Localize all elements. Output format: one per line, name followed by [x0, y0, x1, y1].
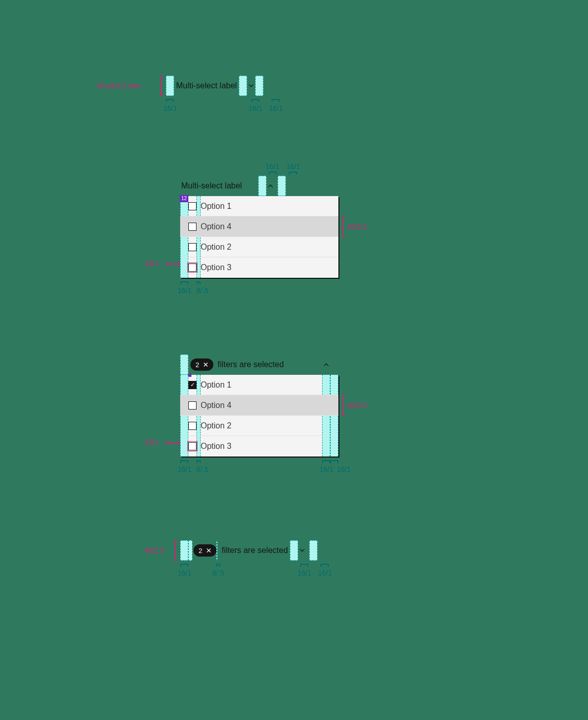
spacer-m [290, 540, 298, 561]
spacer-right [255, 76, 263, 96]
chevron-down-icon [247, 82, 255, 90]
option-row-hover[interactable]: Option 4 [180, 217, 338, 237]
filters-text: filters are selected [217, 546, 290, 555]
multiselect-control-selected-closed[interactable]: 2 filters are selected [180, 540, 317, 561]
options-panel: Option 1 Option 4 Option 2 Option 3 [180, 196, 338, 278]
filters-text: filters are selected [213, 360, 286, 369]
spacer-mid [239, 76, 247, 96]
dim-r2: 16/1 [337, 465, 351, 473]
row-h-bracket [342, 395, 345, 416]
r1-bracket [300, 564, 308, 567]
dim-height: 40/2.5 [144, 546, 164, 555]
height-bracket [175, 540, 178, 561]
tag-count: 2 [199, 547, 202, 555]
option-label: Option 2 [201, 416, 231, 436]
dim-pad-l: 16/1 [178, 286, 191, 295]
height-bracket [160, 76, 163, 96]
multiselect-control-selected[interactable]: 2 filters are selected [180, 354, 338, 375]
h-bracket-1 [166, 99, 174, 102]
checkbox-unchecked[interactable] [188, 422, 197, 430]
pad-l-bracket [180, 460, 188, 463]
option-row[interactable]: Option 3 [180, 436, 338, 457]
close-icon[interactable] [205, 547, 212, 554]
row-h-bracket [342, 217, 345, 237]
multiselect-control[interactable]: Multi-select label [166, 76, 263, 96]
corner-badge [188, 374, 191, 377]
gap-bracket [197, 281, 201, 284]
dim-r1: 16/1 [298, 569, 311, 577]
spec-open-default: Multi-select label 12 Option 1 Option 4 … [180, 176, 338, 278]
dim-row-h: 40/2.5 [347, 223, 367, 231]
spacer-a [258, 176, 266, 196]
corner-badge: 12 [180, 195, 188, 202]
spec-open-selected: 2 filters are selected Option 1 Option 4 [180, 354, 338, 457]
chevron-up-icon [322, 361, 330, 369]
dim-cb: 16/1 [144, 438, 158, 446]
multiselect-label: Multi-select label [174, 81, 239, 90]
option-label: Option 3 [201, 436, 231, 457]
multiselect-label: Multi-select label [180, 181, 244, 190]
chevron-down-icon [298, 546, 306, 555]
spacer-r [309, 540, 317, 561]
option-label: Option 1 [201, 375, 231, 395]
h-bracket-2 [251, 99, 259, 102]
pad-l-bracket [180, 564, 188, 567]
dim-r1: 16/1 [320, 465, 333, 473]
checkbox-checked[interactable] [188, 381, 197, 389]
option-label: Option 4 [201, 395, 231, 415]
dim-height: 40 px/2.5 rem [97, 82, 141, 90]
dim-l: 16/1 [178, 569, 191, 577]
dim-16-1-b: 16/1 [249, 104, 262, 112]
checkbox-unchecked[interactable] [188, 401, 197, 410]
h-bracket-top-a [268, 172, 277, 175]
gap-bracket [197, 460, 201, 463]
selection-tag[interactable]: 2 [193, 544, 216, 557]
dim-16-1-c: 16/1 [269, 104, 283, 112]
h-bracket-3 [272, 99, 280, 102]
option-row[interactable]: Option 2 [180, 237, 338, 257]
dim-gap: 8/.5 [197, 465, 208, 473]
selection-tag[interactable]: 2 [190, 358, 213, 371]
cb-measure [166, 263, 179, 265]
r2-bracket [321, 564, 329, 567]
chevron-up-icon [266, 182, 275, 190]
option-label: Option 3 [201, 257, 231, 278]
option-row[interactable]: Option 3 [180, 257, 338, 278]
h-bracket-top-b [289, 172, 297, 175]
multiselect-control-open[interactable]: Multi-select label [180, 176, 338, 196]
checkbox-unchecked[interactable] [188, 202, 197, 210]
option-label: Option 4 [201, 217, 231, 236]
spacer-left [166, 76, 174, 96]
spacer-b [278, 176, 286, 196]
dim-pad-l: 16/1 [178, 465, 191, 473]
dim-16-1-a: 16/1 [163, 104, 177, 112]
dim-row-h: 40/2.5 [347, 401, 367, 410]
dim-top-b: 16/1 [286, 162, 300, 171]
checkbox-measured[interactable] [188, 442, 197, 450]
spec-closed-default: Multi-select label [166, 76, 263, 96]
cb-measure [166, 442, 179, 443]
gap-bracket [216, 564, 220, 567]
checkbox-unchecked[interactable] [188, 243, 197, 251]
pad-l-bracket [180, 281, 188, 284]
spacer-l [180, 540, 188, 561]
option-row[interactable]: Option 1 [180, 196, 338, 217]
checkbox-measured[interactable] [188, 263, 197, 272]
dim-gap: 8/.5 [212, 569, 224, 577]
option-label: Option 1 [201, 196, 231, 216]
dim-gap: 8/.5 [197, 286, 208, 295]
option-row[interactable]: Option 2 [180, 416, 338, 436]
tag-count: 2 [195, 361, 199, 369]
spec-closed-selected: 2 filters are selected [180, 540, 317, 561]
r1-bracket [322, 460, 330, 463]
option-row-hover[interactable]: Option 4 [180, 395, 338, 416]
dim-top-a: 16/1 [265, 162, 279, 171]
spacer-gap [188, 540, 192, 561]
dim-cb: 16/1 [144, 259, 158, 268]
option-row[interactable]: Option 1 [180, 375, 338, 395]
options-panel: Option 1 Option 4 Option 2 Option 3 [180, 375, 338, 457]
option-label: Option 2 [201, 237, 231, 257]
checkbox-unchecked[interactable] [188, 223, 197, 231]
spacer-l [180, 354, 188, 375]
close-icon[interactable] [202, 361, 209, 368]
